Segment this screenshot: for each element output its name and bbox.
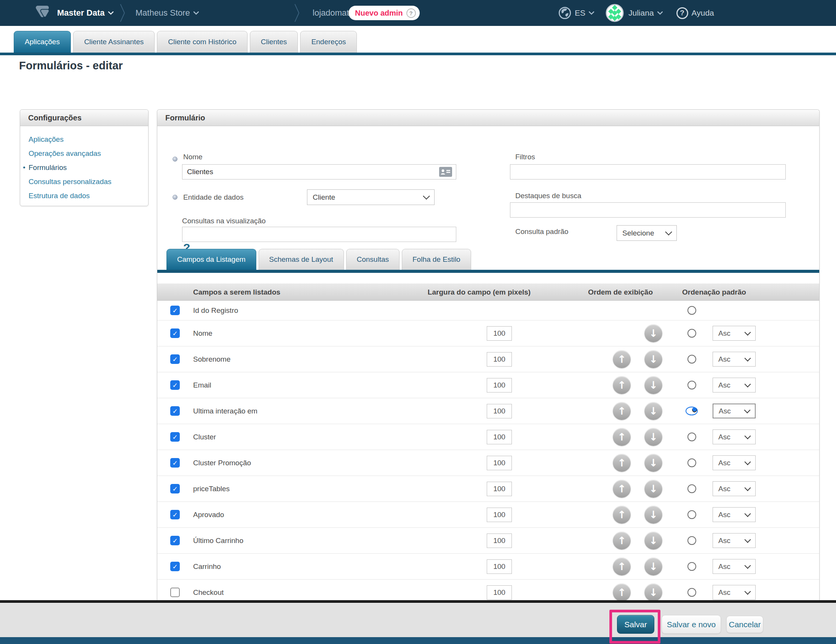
move-down-button[interactable]: ↓ (645, 428, 662, 446)
sort-direction-select[interactable]: Asc (713, 326, 756, 341)
sort-direction-select[interactable]: Asc (713, 481, 756, 496)
field-width-input[interactable] (487, 352, 512, 366)
consultas-input[interactable] (182, 227, 456, 242)
save-button[interactable]: Salvar (617, 615, 654, 634)
sort-direction-select[interactable]: Asc (713, 533, 756, 548)
move-up-button[interactable]: ↑ (613, 402, 631, 420)
main-tab[interactable]: Cliente Assinantes (73, 31, 155, 52)
main-tab[interactable]: Clientes (250, 31, 298, 52)
sort-direction-select[interactable]: Asc (713, 352, 756, 366)
nome-input[interactable] (182, 164, 456, 180)
move-up-button[interactable]: ↑ (613, 506, 631, 523)
field-width-input[interactable] (487, 482, 512, 496)
default-sort-radio[interactable] (687, 306, 696, 315)
sort-direction-select[interactable]: Asc (713, 378, 756, 392)
sort-direction-select[interactable]: Asc (713, 559, 756, 574)
row-checkbox[interactable]: ✓ (170, 562, 180, 571)
move-up-button[interactable]: ↑ (613, 531, 631, 549)
sort-direction-select[interactable]: Asc (713, 404, 756, 418)
sort-direction-select[interactable]: Asc (713, 507, 756, 522)
field-width-input[interactable] (487, 559, 512, 574)
field-width-input[interactable] (487, 404, 512, 418)
default-sort-radio[interactable] (687, 536, 696, 545)
sidebar-item[interactable]: Estrutura de dados (29, 189, 148, 203)
product-menu[interactable]: Master Data (57, 8, 114, 18)
user-menu[interactable]: Juliana (629, 8, 654, 18)
field-width-input[interactable] (487, 378, 512, 392)
field-width-input[interactable] (487, 533, 512, 548)
main-tab[interactable]: Endereços (300, 31, 357, 52)
sort-direction-select[interactable]: Asc (713, 585, 756, 600)
default-sort-radio[interactable] (687, 510, 696, 519)
move-down-button[interactable]: ↓ (645, 584, 662, 601)
move-down-button[interactable]: ↓ (645, 454, 662, 472)
default-sort-radio[interactable] (687, 433, 696, 441)
sidebar-item[interactable]: Consultas personalizadas (29, 175, 148, 189)
consulta-padrao-select[interactable]: Selecione (617, 225, 677, 241)
avatar[interactable] (606, 4, 624, 22)
field-width-input[interactable] (487, 508, 512, 522)
entidade-select[interactable]: Cliente (307, 190, 434, 205)
sidebar-item[interactable]: Formulários (29, 160, 148, 175)
inner-tab[interactable]: Schemas de Layout (259, 249, 344, 270)
inner-tab[interactable]: Campos da Listagem (167, 249, 256, 270)
row-checkbox[interactable]: ✓ (170, 306, 180, 315)
row-checkbox[interactable]: ✓ (170, 380, 180, 390)
default-sort-radio[interactable] (687, 562, 696, 571)
move-up-button[interactable]: ↑ (613, 557, 631, 575)
row-checkbox[interactable]: ✓ (170, 536, 180, 545)
default-sort-radio[interactable] (687, 484, 696, 493)
field-width-input[interactable] (487, 585, 512, 600)
store-menu[interactable]: Matheus Store (136, 8, 199, 18)
save-and-new-button[interactable]: Salvar e novo (661, 615, 721, 634)
move-up-button[interactable]: ↑ (613, 376, 631, 394)
vtex-logo[interactable] (36, 4, 49, 22)
row-checkbox[interactable]: ✓ (170, 329, 180, 338)
row-checkbox[interactable]: ✓ (170, 406, 180, 416)
language-selector[interactable]: ES (575, 8, 585, 18)
sort-direction-select[interactable]: Asc (713, 455, 756, 470)
move-up-button[interactable]: ↑ (613, 350, 631, 368)
row-checkbox[interactable]: ✓ (170, 355, 180, 364)
field-width-input[interactable] (487, 430, 512, 444)
sidebar-item[interactable]: Operações avançadas (29, 146, 148, 160)
contact-card-icon[interactable] (439, 167, 452, 177)
help-link[interactable]: Ayuda (692, 8, 714, 18)
sort-direction-select[interactable]: Asc (713, 430, 756, 444)
move-up-button[interactable]: ↑ (613, 454, 631, 472)
row-checkbox[interactable]: ✓ (170, 432, 180, 442)
default-sort-radio[interactable] (687, 588, 696, 597)
move-down-button[interactable]: ↓ (645, 480, 662, 498)
move-up-button[interactable]: ↑ (613, 428, 631, 446)
cancel-button[interactable]: Cancelar (726, 616, 763, 633)
destaques-input[interactable] (510, 202, 786, 217)
main-tab[interactable]: Cliente com Histórico (157, 31, 248, 52)
sidebar-item[interactable]: Aplicações (29, 132, 148, 146)
row-checkbox[interactable]: ✓ (170, 458, 180, 467)
main-tab[interactable]: Aplicações (14, 31, 71, 52)
row-checkbox[interactable] (170, 588, 180, 597)
default-sort-radio[interactable] (687, 355, 696, 363)
field-width-input[interactable] (487, 326, 512, 341)
move-down-button[interactable]: ↓ (645, 506, 662, 523)
filtros-input[interactable] (510, 164, 786, 180)
breadcrumb: Master Data Matheus Store lojadomatheus (36, 0, 376, 26)
default-sort-radio[interactable] (687, 381, 696, 389)
new-admin-badge[interactable]: Nuevo admin ? (348, 6, 420, 20)
default-sort-radio[interactable] (687, 458, 696, 467)
row-checkbox[interactable]: ✓ (170, 510, 180, 520)
move-up-button[interactable]: ↑ (613, 480, 631, 498)
default-sort-radio[interactable] (686, 407, 698, 415)
move-down-button[interactable]: ↓ (645, 324, 662, 342)
row-checkbox[interactable]: ✓ (170, 484, 180, 494)
inner-tab[interactable]: Consultas (346, 249, 400, 270)
move-down-button[interactable]: ↓ (645, 402, 662, 420)
default-sort-radio[interactable] (687, 329, 696, 338)
move-down-button[interactable]: ↓ (645, 531, 662, 549)
inner-tab[interactable]: Folha de Estilo (402, 249, 471, 270)
move-down-button[interactable]: ↓ (645, 350, 662, 368)
move-down-button[interactable]: ↓ (645, 557, 662, 575)
move-up-button[interactable]: ↑ (613, 584, 631, 601)
move-down-button[interactable]: ↓ (645, 376, 662, 394)
field-width-input[interactable] (487, 456, 512, 470)
